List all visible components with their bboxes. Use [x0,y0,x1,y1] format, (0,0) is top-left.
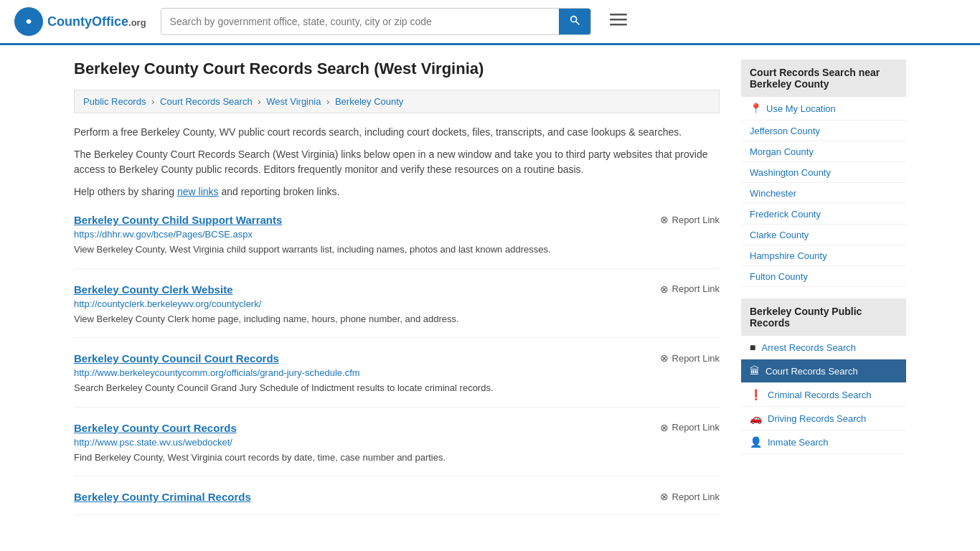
report-icon: ⊗ [660,352,669,364]
report-icon: ⊗ [660,283,669,295]
breadcrumb-court-records[interactable]: Court Records Search [160,96,253,107]
svg-point-1 [27,19,31,24]
record-desc: View Berkeley County, West Virginia chil… [74,242,720,257]
record-title[interactable]: Berkeley County Child Support Warrants [74,214,282,226]
report-icon: ⊗ [660,491,669,502]
inmate-search-link[interactable]: Inmate Search [768,437,829,448]
search-button[interactable] [559,9,590,34]
nearby-county-link[interactable]: Winchester [750,188,796,199]
new-links-link[interactable]: new links [177,186,219,197]
record-title[interactable]: Berkeley County Court Records [74,422,237,434]
use-my-location-link[interactable]: Use My Location [766,103,836,114]
record-entry: Berkeley County Court Records ⊗ Report L… [74,422,720,477]
logo-text: CountyOffice.org [47,14,146,29]
nearby-county-link[interactable]: Fulton County [750,271,808,282]
nearby-county-link[interactable]: Frederick County [750,209,821,220]
breadcrumb-west-virginia[interactable]: West Virginia [266,96,321,107]
sidebar: Court Records Search near Berkeley Count… [741,60,906,529]
nearby-county-list: Jefferson County Morgan County Washingto… [741,121,906,287]
record-header: Berkeley County Child Support Warrants ⊗… [74,214,720,226]
nearby-county-link[interactable]: Washington County [750,167,831,178]
record-url: https://dhhr.wv.gov/bcse/Pages/BCSE.aspx [74,229,720,240]
breadcrumb-berkeley-county[interactable]: Berkeley County [335,96,403,107]
criminal-records-icon: ❗ [750,389,762,400]
record-header: Berkeley County Clerk Website ⊗ Report L… [74,283,720,296]
page-title: Berkeley County Court Records Search (We… [74,60,720,78]
nearby-county-link[interactable]: Hampshire County [750,250,827,261]
header: CountyOffice.org [0,0,980,45]
list-item: Washington County [741,162,906,183]
use-my-location[interactable]: 📍 Use My Location [741,97,906,121]
report-icon: ⊗ [660,422,669,433]
record-entry: Berkeley County Clerk Website ⊗ Report L… [74,283,720,339]
list-item: 🚗 Driving Records Search [741,407,906,430]
record-header: Berkeley County Court Records ⊗ Report L… [74,422,720,434]
list-item: Jefferson County [741,121,906,141]
logo[interactable]: CountyOffice.org [14,7,146,36]
location-pin-icon: 📍 [750,103,762,114]
list-item: ■ Arrest Records Search [741,336,906,359]
driving-records-link[interactable]: Driving Records Search [768,413,866,424]
content-area: Berkeley County Court Records Search (We… [74,60,720,529]
breadcrumb: Public Records › Court Records Search › … [74,90,720,113]
svg-rect-4 [610,14,627,16]
public-records-list: ■ Arrest Records Search 🏛 Court Records … [741,336,906,454]
nearby-county-link[interactable]: Clarke County [750,230,809,240]
list-item: Clarke County [741,225,906,245]
record-url: http://www.psc.state.wv.us/webdocket/ [74,437,720,448]
record-desc: Search Berkeley County Council Grand Jur… [74,381,720,395]
list-item: Hampshire County [741,245,906,266]
report-icon: ⊗ [660,214,669,225]
list-item: Winchester [741,183,906,204]
criminal-records-link[interactable]: Criminal Records Search [768,390,872,400]
svg-line-3 [576,22,579,24]
arrest-records-link[interactable]: Arrest Records Search [761,342,856,353]
arrest-records-icon: ■ [750,342,755,353]
svg-rect-5 [610,19,627,21]
report-link-button[interactable]: ⊗ Report Link [660,422,720,433]
list-item: 👤 Inmate Search [741,430,906,454]
court-records-icon: 🏛 [750,365,760,377]
report-link-button[interactable]: ⊗ Report Link [660,352,720,364]
report-link-button[interactable]: ⊗ Report Link [660,214,720,225]
record-desc: Find Berkeley County, West Virginia cour… [74,451,720,465]
record-header: Berkeley County Council Court Records ⊗ … [74,352,720,364]
list-item: Morgan County [741,141,906,162]
record-title[interactable]: Berkeley County Criminal Records [74,491,251,503]
report-link-button[interactable]: ⊗ Report Link [660,283,720,295]
list-item: Frederick County [741,204,906,225]
nearby-county-link[interactable]: Jefferson County [750,126,820,136]
search-input[interactable] [161,10,559,33]
description-1: Perform a free Berkeley County, WV publi… [74,125,720,140]
svg-rect-6 [610,24,627,26]
public-records-section-title: Berkeley County Public Records [741,298,906,336]
driving-records-icon: 🚗 [750,413,762,424]
nearby-section-title: Court Records Search near Berkeley Count… [741,60,906,97]
nearby-county-link[interactable]: Morgan County [750,146,814,157]
record-header: Berkeley County Criminal Records ⊗ Repor… [74,491,720,503]
record-title[interactable]: Berkeley County Clerk Website [74,283,232,296]
report-link-button[interactable]: ⊗ Report Link [660,491,720,502]
menu-button[interactable] [606,8,631,35]
record-url: http://countyclerk.berkeleywv.org/county… [74,298,720,309]
list-item: Fulton County [741,266,906,287]
description-2: The Berkeley County Court Records Search… [74,147,720,177]
record-title[interactable]: Berkeley County Council Court Records [74,352,279,364]
list-item: ❗ Criminal Records Search [741,383,906,407]
breadcrumb-public-records[interactable]: Public Records [83,96,146,107]
description-3: Help others by sharing new links and rep… [74,184,720,199]
court-records-link[interactable]: Court Records Search [765,366,858,377]
record-url: http://www.berkeleycountycomm.org/offici… [74,367,720,378]
main-container: Berkeley County Court Records Search (We… [60,45,920,544]
logo-icon [14,7,43,36]
inmate-search-icon: 👤 [750,436,762,448]
record-entry: Berkeley County Child Support Warrants ⊗… [74,214,720,269]
search-bar [161,8,591,35]
record-entry: Berkeley County Criminal Records ⊗ Repor… [74,491,720,515]
record-entry: Berkeley County Council Court Records ⊗ … [74,352,720,408]
list-item-active: 🏛 Court Records Search [741,359,906,383]
record-desc: View Berkeley County Clerk home page, in… [74,312,720,326]
